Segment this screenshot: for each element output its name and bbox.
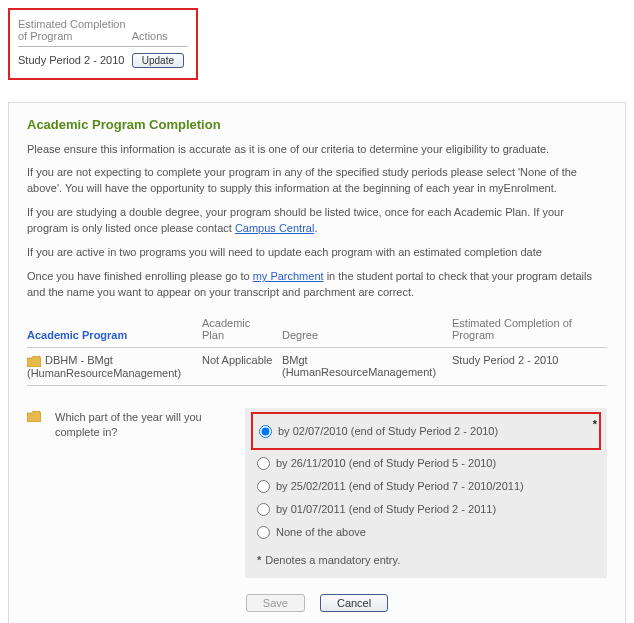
question-label: Which part of the year will you complete…: [55, 408, 235, 441]
mandatory-star-icon: *: [593, 418, 597, 430]
folder-icon: [27, 411, 41, 422]
campus-central-link[interactable]: Campus Central: [235, 222, 314, 234]
th-estimated-completion: Estimated Completion of Program: [452, 315, 607, 348]
option-sp2-2010[interactable]: by 02/07/2010 (end of Study Period 2 - 2…: [259, 420, 593, 443]
option-sp7-2010-2011[interactable]: by 25/02/2011 (end of Study Period 7 - 2…: [257, 475, 595, 498]
cell-plan: Not Applicable: [202, 348, 282, 386]
col-estimated-completion-label: Estimated Completion of Program: [18, 16, 132, 47]
intro-paragraph-5: Once you have finished enrolling please …: [27, 269, 607, 301]
my-parchment-link[interactable]: my Parchment: [253, 270, 324, 282]
academic-program-table: Academic Program Academic Plan Degree Es…: [27, 315, 607, 386]
panel-title: Academic Program Completion: [27, 117, 607, 132]
mandatory-note: *Denotes a mandatory entry.: [257, 554, 595, 566]
th-degree: Degree: [282, 315, 452, 348]
estimated-completion-value: Study Period 2 - 2010: [18, 48, 132, 68]
th-academic-plan: Academic Plan: [202, 315, 282, 348]
cell-completion: Study Period 2 - 2010: [452, 348, 607, 386]
option-sp2-2011[interactable]: by 01/07/2011 (end of Study Period 2 - 2…: [257, 498, 595, 521]
academic-program-completion-panel: Academic Program Completion Please ensur…: [8, 102, 626, 624]
intro-paragraph-1: Please ensure this information is accura…: [27, 142, 607, 158]
update-button[interactable]: Update: [132, 53, 184, 68]
option-none[interactable]: None of the above: [257, 521, 595, 544]
action-buttons: Save Cancel: [27, 594, 607, 612]
th-academic-program: Academic Program: [27, 315, 202, 348]
estimated-completion-summary: Estimated Completion of Program Actions …: [8, 8, 198, 80]
intro-paragraph-2: If you are not expecting to complete you…: [27, 165, 607, 197]
radio-sp5-2010[interactable]: [257, 457, 270, 470]
table-row: DBHM - BMgt (HumanResourceManagement) No…: [27, 348, 607, 386]
col-actions-label: Actions: [132, 16, 188, 47]
completion-question: Which part of the year will you complete…: [27, 408, 607, 578]
intro-paragraph-4: If you are active in two programs you wi…: [27, 245, 607, 261]
folder-icon: [27, 356, 41, 367]
radio-sp2-2011[interactable]: [257, 503, 270, 516]
radio-sp7-2010-2011[interactable]: [257, 480, 270, 493]
cell-degree: BMgt (HumanResourceManagement): [282, 348, 452, 386]
intro-paragraph-3: If you are studying a double degree, you…: [27, 205, 607, 237]
completion-options-group: * by 02/07/2010 (end of Study Period 2 -…: [245, 408, 607, 578]
save-button: Save: [246, 594, 305, 612]
option-sp5-2010[interactable]: by 26/11/2010 (end of Study Period 5 - 2…: [257, 452, 595, 475]
radio-sp2-2010[interactable]: [259, 425, 272, 438]
cancel-button[interactable]: Cancel: [320, 594, 388, 612]
radio-none[interactable]: [257, 526, 270, 539]
cell-program: DBHM - BMgt (HumanResourceManagement): [27, 354, 181, 379]
